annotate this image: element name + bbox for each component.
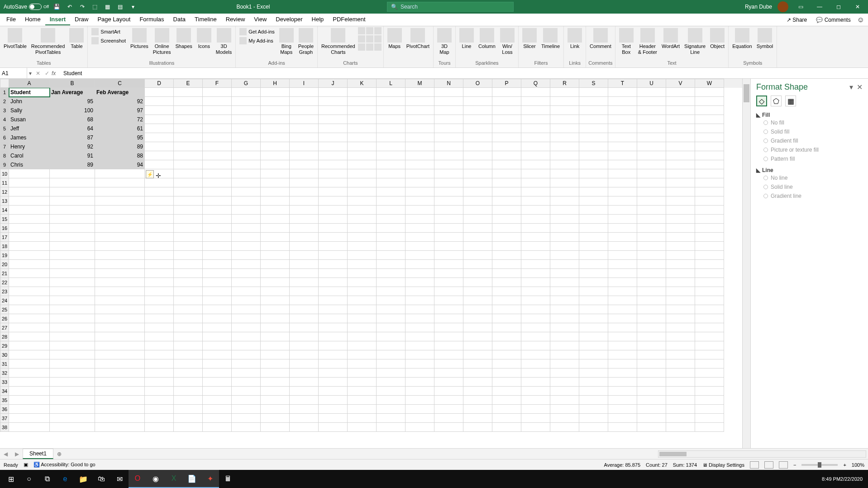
cell-W2[interactable] (695, 97, 724, 106)
cell-L21[interactable] (377, 269, 405, 278)
cell-T26[interactable] (608, 314, 637, 323)
cell-R29[interactable] (550, 341, 579, 350)
cell-J35[interactable] (319, 396, 348, 405)
cell-H33[interactable] (261, 378, 290, 387)
cell-J37[interactable] (319, 414, 348, 423)
cell-M13[interactable] (405, 196, 434, 206)
cell-K15[interactable] (348, 215, 377, 224)
row-header-33[interactable]: 33 (0, 378, 9, 387)
cell-G13[interactable] (232, 196, 261, 206)
vertical-scrollbar[interactable] (742, 79, 750, 448)
cell-C25[interactable] (95, 305, 145, 314)
cell-O31[interactable] (463, 359, 492, 368)
cell-Q1[interactable] (521, 88, 550, 97)
cell-I23[interactable] (290, 287, 319, 296)
cell-F33[interactable] (203, 378, 232, 387)
cell-H19[interactable] (261, 251, 290, 260)
cell-M27[interactable] (405, 323, 434, 332)
cell-R6[interactable] (550, 133, 579, 142)
cell-Q17[interactable] (521, 233, 550, 242)
cell-O12[interactable] (463, 187, 492, 196)
cell-D27[interactable] (145, 323, 174, 332)
cell-P6[interactable] (492, 133, 521, 142)
cell-F9[interactable] (203, 160, 232, 169)
cell-N30[interactable] (434, 350, 463, 359)
row-header-26[interactable]: 26 (0, 314, 9, 323)
cell-K8[interactable] (348, 151, 377, 160)
row-header-6[interactable]: 6 (0, 133, 9, 142)
cell-H1[interactable] (261, 88, 290, 97)
cell-V21[interactable] (666, 269, 695, 278)
cell-V7[interactable] (666, 142, 695, 151)
cell-I10[interactable] (290, 169, 319, 178)
cell-S17[interactable] (579, 233, 608, 242)
cell-P29[interactable] (492, 341, 521, 350)
column-header-R[interactable]: R (550, 79, 579, 88)
cell-F38[interactable] (203, 423, 232, 432)
cell-M12[interactable] (405, 187, 434, 196)
macro-record-icon[interactable]: ▣ (24, 462, 28, 468)
cell-D17[interactable] (145, 233, 174, 242)
cell-O6[interactable] (463, 133, 492, 142)
cell-G14[interactable] (232, 206, 261, 215)
cell-Q19[interactable] (521, 251, 550, 260)
column-header-K[interactable]: K (348, 79, 377, 88)
cell-R24[interactable] (550, 296, 579, 305)
cell-K1[interactable] (348, 88, 377, 97)
cell-H34[interactable] (261, 387, 290, 396)
cell-J17[interactable] (319, 233, 348, 242)
cell-M38[interactable] (405, 423, 434, 432)
cell-N22[interactable] (434, 278, 463, 287)
cell-F23[interactable] (203, 287, 232, 296)
cell-T15[interactable] (608, 215, 637, 224)
tab-formulas[interactable]: Formulas (135, 14, 168, 25)
redo-icon[interactable]: ↷ (78, 2, 87, 11)
cell-R11[interactable] (550, 178, 579, 187)
cell-H14[interactable] (261, 206, 290, 215)
cell-N13[interactable] (434, 196, 463, 206)
cell-F22[interactable] (203, 278, 232, 287)
cell-U32[interactable] (637, 368, 666, 378)
cell-C22[interactable] (95, 278, 145, 287)
cell-V19[interactable] (666, 251, 695, 260)
cell-S8[interactable] (579, 151, 608, 160)
cell-F4[interactable] (203, 115, 232, 124)
cell-A3[interactable]: Sally (9, 106, 50, 115)
cell-A20[interactable] (9, 260, 50, 269)
cell-R19[interactable] (550, 251, 579, 260)
chart-type-icon[interactable] (374, 27, 382, 34)
cell-V10[interactable] (666, 169, 695, 178)
cell-S21[interactable] (579, 269, 608, 278)
cell-Q25[interactable] (521, 305, 550, 314)
cell-W21[interactable] (695, 269, 724, 278)
cell-T38[interactable] (608, 423, 637, 432)
cell-I38[interactable] (290, 423, 319, 432)
cell-T31[interactable] (608, 359, 637, 368)
cell-L29[interactable] (377, 341, 405, 350)
cell-Q24[interactable] (521, 296, 550, 305)
cell-L37[interactable] (377, 414, 405, 423)
cell-V23[interactable] (666, 287, 695, 296)
cell-N3[interactable] (434, 106, 463, 115)
cell-V32[interactable] (666, 368, 695, 378)
cell-B33[interactable] (50, 378, 95, 387)
cell-W3[interactable] (695, 106, 724, 115)
column-header-G[interactable]: G (232, 79, 261, 88)
maximize-icon[interactable]: ◻ (832, 2, 845, 11)
cell-L20[interactable] (377, 260, 405, 269)
cell-A17[interactable] (9, 233, 50, 242)
cell-D24[interactable] (145, 296, 174, 305)
cell-E29[interactable] (174, 341, 203, 350)
cell-W11[interactable] (695, 178, 724, 187)
cell-K32[interactable] (348, 368, 377, 378)
cell-D15[interactable] (145, 215, 174, 224)
column-header-H[interactable]: H (261, 79, 290, 88)
cell-W15[interactable] (695, 215, 724, 224)
store-icon[interactable]: 🛍 (92, 470, 110, 488)
cell-K35[interactable] (348, 396, 377, 405)
cell-E1[interactable] (174, 88, 203, 97)
cell-N21[interactable] (434, 269, 463, 278)
row-header-7[interactable]: 7 (0, 142, 9, 151)
table-button[interactable]: Table (67, 27, 86, 50)
cell-G18[interactable] (232, 242, 261, 251)
